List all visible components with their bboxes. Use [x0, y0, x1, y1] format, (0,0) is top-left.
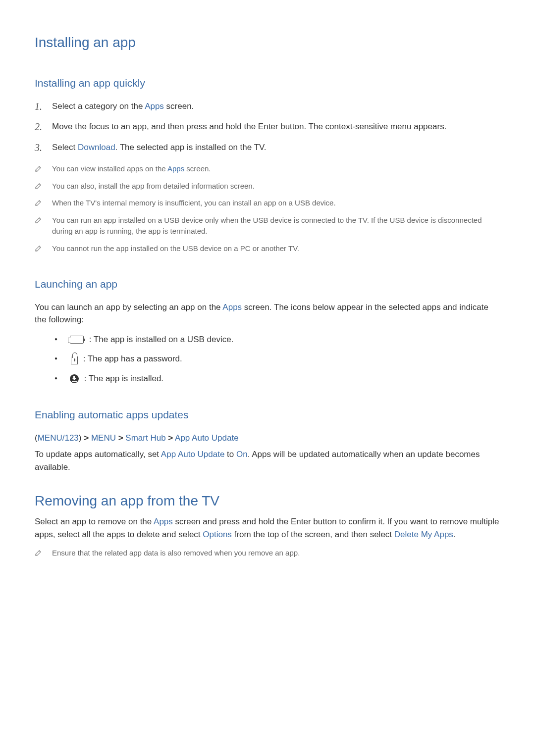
heading-launching-app: Launching an app	[35, 276, 500, 292]
text-fragment: You can launch an app by selecting an ap…	[35, 302, 222, 312]
note-text: When the TV's internal memory is insuffi…	[52, 199, 336, 207]
legend-lock: : The app has a password.	[54, 353, 500, 365]
step-2: 2. Move the focus to an app, and then pr…	[35, 120, 500, 133]
path-segment: Smart Hub	[125, 433, 165, 443]
note-text: You can also, install the app from detai…	[52, 182, 255, 190]
chevron-right-icon: >	[84, 433, 89, 443]
text-fragment: to	[224, 450, 236, 459]
text-fragment: screen.	[164, 101, 194, 111]
heading-installing-app: Installing an app	[35, 32, 500, 53]
note-4: You can run an app installed on a USB de…	[35, 215, 500, 237]
text-fragment: To update apps automatically, set	[35, 450, 161, 459]
install-steps-list: 1. Select a category on the Apps screen.…	[35, 100, 500, 154]
pencil-icon	[35, 164, 42, 172]
note-text: You can run an app installed on a USB de…	[52, 216, 482, 236]
remove-paragraph: Select an app to remove on the Apps scre…	[35, 515, 500, 541]
note-text: You cannot run the app installed on the …	[52, 244, 299, 252]
step-1: 1. Select a category on the Apps screen.	[35, 100, 500, 113]
step-number: 2.	[35, 119, 42, 134]
note-text: Ensure that the related app data is also…	[52, 549, 300, 557]
installed-icon	[70, 374, 79, 383]
text-fragment: screen.	[184, 164, 211, 173]
path-segment: App Auto Update	[175, 433, 239, 443]
launch-paragraph: You can launch an app by selecting an ap…	[35, 301, 500, 326]
pencil-icon	[35, 182, 42, 189]
text-fragment: Select	[52, 143, 78, 152]
step-number: 3.	[35, 140, 42, 155]
legend-text: : The app is installed.	[82, 374, 163, 383]
pencil-icon	[35, 244, 42, 252]
chevron-right-icon: >	[118, 433, 123, 443]
note-1: You can view installed apps on the Apps …	[35, 163, 500, 175]
legend-usb: : The app is installed on a USB device.	[54, 333, 500, 346]
heading-auto-updates: Enabling automatic apps updates	[35, 407, 500, 423]
options-label: Options	[203, 530, 232, 539]
text-fragment: You can view installed apps on the	[52, 164, 167, 173]
step-3-text: Select Download. The selected app is ins…	[52, 143, 267, 152]
on-label: On	[236, 450, 248, 459]
text-fragment: Select a category on the	[52, 101, 145, 111]
step-2-text: Move the focus to an app, and then press…	[52, 122, 446, 131]
path-segment: MENU	[91, 433, 116, 443]
pencil-icon	[35, 216, 42, 223]
apps-label: Apps	[145, 101, 164, 111]
note-5: You cannot run the app installed on the …	[35, 243, 500, 254]
step-1-text: Select a category on the Apps screen.	[52, 101, 194, 111]
text-fragment: from the top of the screen, and then sel…	[232, 530, 394, 539]
app-auto-update-label: App Auto Update	[161, 450, 225, 459]
pencil-icon	[35, 549, 42, 556]
step-3: 3. Select Download. The selected app is …	[35, 141, 500, 154]
path-segment: MENU/123	[38, 433, 79, 443]
chevron-right-icon: >	[168, 433, 173, 443]
apps-label: Apps	[154, 517, 173, 526]
pencil-icon	[35, 199, 42, 206]
lock-icon	[71, 356, 78, 364]
note-3: When the TV's internal memory is insuffi…	[35, 198, 500, 209]
usb-icon	[70, 336, 84, 344]
text-fragment: .	[453, 530, 456, 539]
menu-path: (MENU/123) > MENU > Smart Hub > App Auto…	[35, 432, 500, 445]
legend-text: : The app has a password.	[81, 354, 182, 363]
heading-removing-app: Removing an app from the TV	[35, 491, 500, 511]
auto-update-paragraph: To update apps automatically, set App Au…	[35, 448, 500, 473]
apps-label: Apps	[167, 164, 184, 173]
notes-list: You can view installed apps on the Apps …	[35, 163, 500, 254]
text-fragment: Select an app to remove on the	[35, 517, 154, 526]
legend-installed: : The app is installed.	[54, 372, 500, 385]
legend-text: : The app is installed on a USB device.	[87, 335, 233, 344]
note-2: You can also, install the app from detai…	[35, 181, 500, 192]
heading-installing-quickly: Installing an app quickly	[35, 75, 500, 91]
text-fragment: . The selected app is installed on the T…	[115, 143, 267, 152]
step-number: 1.	[35, 99, 42, 114]
delete-my-apps-label: Delete My Apps	[394, 530, 453, 539]
download-label: Download	[78, 143, 115, 152]
apps-label: Apps	[222, 302, 242, 312]
icon-legend-list: : The app is installed on a USB device. …	[54, 333, 500, 385]
remove-note: Ensure that the related app data is also…	[35, 548, 500, 559]
